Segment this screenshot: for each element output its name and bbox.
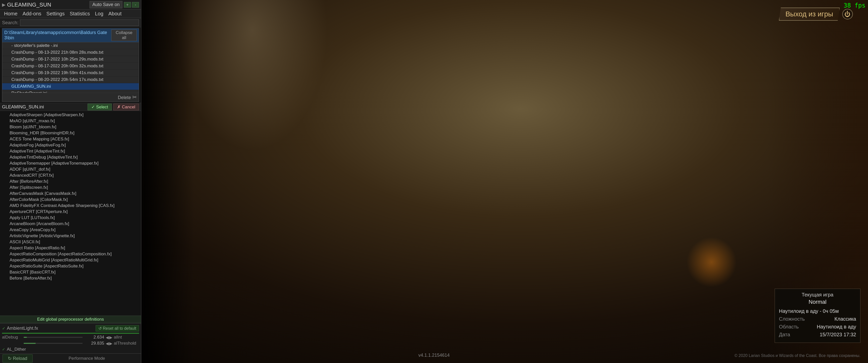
file-name: CrashDump - 08-17-2022 20h 00m 32s.mods.… xyxy=(11,64,103,69)
add-preset-button[interactable]: + xyxy=(124,2,131,7)
cancel-button[interactable]: ✗ Cancel xyxy=(113,104,139,110)
file-list: - storyteller's palette -.ini CrashDump … xyxy=(2,42,139,93)
effect-item[interactable]: Aspect Ratio [AspectRatio.fx] xyxy=(0,245,141,251)
effect-item[interactable]: ApertureCRT [CRTAperture.fx] xyxy=(0,209,141,215)
effect-item[interactable]: ADOF [qUINT_dof.fx] xyxy=(0,166,141,172)
search-row: Search: xyxy=(0,18,141,27)
effect-item[interactable]: Before [BeforeAfter.fx] xyxy=(0,275,141,281)
file-name: CrashDump - 08-13-2022 21h 08m 28s.mods.… xyxy=(11,50,103,55)
effect-item[interactable]: Bloom [qUINT_bloom.fx] xyxy=(0,124,141,130)
param-slider[interactable] xyxy=(24,343,83,344)
reset-all-button[interactable]: ↺ Reset all to default xyxy=(96,325,139,331)
delete-button[interactable]: Delete ✂ xyxy=(118,94,137,101)
param-name: alDebug xyxy=(2,335,22,340)
date-value: 15/7/2023 17:32 xyxy=(819,332,856,337)
preproc-section[interactable]: Edit global preprocessor definitions xyxy=(0,316,141,323)
reset-progress-bar xyxy=(2,333,139,334)
effect-header: ✓ AmbientLight.fx ↺ Reset all to default xyxy=(0,324,141,332)
select-button[interactable]: ✓ Select xyxy=(88,104,112,110)
reshade-panel: ▶ GLEAMING_SUN Auto Save on + - Home Add… xyxy=(0,0,141,363)
effect-item[interactable]: BasicCRT [BasicCRT.fx] xyxy=(0,269,141,275)
effect-item[interactable]: AreaCopy [AreaCopy.fx] xyxy=(0,227,141,233)
effect-item[interactable]: AspectRatioMultiGrid [AspectRatioMultiGr… xyxy=(0,257,141,263)
list-item[interactable]: - storyteller's palette -.ini xyxy=(2,42,139,49)
effect-item[interactable]: After [BeforeAfter.fx] xyxy=(0,178,141,185)
al-dither-label: AL_Dither xyxy=(7,347,26,352)
param-row: 29.835 ◀ ▶ alThreshold xyxy=(0,340,141,346)
menu-addons[interactable]: Add-ons xyxy=(20,10,44,18)
area-row: Область Наутилоид в аду xyxy=(779,324,856,330)
effect-item[interactable]: AspectRatioComposition [AspectRatioCompo… xyxy=(0,251,141,257)
effect-item[interactable]: AfterColorMask [ColorMask.fx] xyxy=(0,197,141,203)
effect-header-name: AmbientLight.fx xyxy=(7,326,38,331)
menu-home[interactable]: Home xyxy=(1,10,20,18)
effect-item[interactable]: AspectRatioSuite [AspectRatioSuite.fx] xyxy=(0,263,141,269)
chapter-row: Наутилоид в аду - 0ч 05м xyxy=(779,308,856,314)
al-dither-row: ✓ AL_Dither xyxy=(0,346,141,353)
file-name: CrashDump - 08-19-2022 19h 59m 41s.mods.… xyxy=(11,70,103,75)
effect-detail: ✓ AmbientLight.fx ↺ Reset all to default… xyxy=(0,323,141,354)
selected-filename: GLEAMING_SUN.ini xyxy=(2,104,44,110)
preset-name: GLEAMING_SUN xyxy=(7,1,88,8)
list-item[interactable]: CrashDump - 08-20-2022 20h 54m 17s.mods.… xyxy=(2,76,139,83)
file-name: - storyteller's palette -.ini xyxy=(11,43,58,48)
list-item[interactable]: CrashDump - 08-19-2022 19h 59m 41s.mods.… xyxy=(2,70,139,76)
effect-item[interactable]: AdvancedCRT [CRT.fx] xyxy=(0,172,141,178)
effect-item[interactable]: MxAO [qUINT_mxao.fx] xyxy=(0,118,141,124)
list-item[interactable]: CrashDump - 08-17-2022 10h 25m 29s.mods.… xyxy=(2,56,139,63)
date-row: Дата 15/7/2023 17:32 xyxy=(779,332,856,337)
param-arrows: ◀ ▶ xyxy=(106,341,112,346)
collapse-all-button[interactable]: Collapse all xyxy=(111,30,137,41)
param-link: alInt xyxy=(114,335,139,340)
effect-item[interactable]: ACES Tone Mapping [ACES.fx] xyxy=(0,136,141,142)
reshade-titlebar: ▶ GLEAMING_SUN Auto Save on + - xyxy=(0,0,141,9)
list-item[interactable]: CrashDump - 08-13-2022 21h 08m 28s.mods.… xyxy=(2,49,139,56)
menu-statistics[interactable]: Statistics xyxy=(67,10,92,18)
file-name: ReShadePreset.ini xyxy=(11,91,47,93)
effect-item[interactable]: ArcaneBloom [ArcaneBloom.fx] xyxy=(0,221,141,227)
effect-item[interactable]: AfterCanvasMask [CanvasMask.fx] xyxy=(0,191,141,197)
effect-item[interactable]: Blooming_HDR [BloomingHDR.fx] xyxy=(0,130,141,136)
menu-about[interactable]: About xyxy=(106,10,124,18)
param-row: alDebug 2.634 ◀ ▶ alInt xyxy=(0,334,141,340)
file-name: CrashDump - 08-17-2022 10h 25m 29s.mods.… xyxy=(11,57,103,62)
file-actions-row: Delete ✂ xyxy=(2,93,139,102)
effect-item[interactable]: AdaptiveSharpen [AdaptiveSharpen.fx] xyxy=(0,112,141,118)
param-value: 2.634 xyxy=(84,335,104,340)
effect-item[interactable]: AdaptiveTonemapper [AdaptiveTonemapper.f… xyxy=(0,160,141,166)
remove-preset-button[interactable]: - xyxy=(132,2,139,7)
al-dither-checkbox[interactable]: ✓ xyxy=(2,347,5,352)
difficulty-row: Сложность Классика xyxy=(779,316,856,322)
param-value: 29.835 xyxy=(84,341,104,346)
triangle-icon: ▶ xyxy=(2,2,5,7)
effects-list: AdaptiveSharpen [AdaptiveSharpen.fx] MxA… xyxy=(0,111,141,316)
menu-row: Home Add-ons Settings Statistics Log Abo… xyxy=(0,9,141,18)
game-info-title: Текущая игра xyxy=(779,292,856,298)
effect-item[interactable]: After [Splitscreen.fx] xyxy=(0,185,141,191)
effect-item[interactable]: ASCII [ASCII.fx] xyxy=(0,239,141,245)
list-item[interactable]: CrashDump - 08-17-2022 20h 00m 32s.mods.… xyxy=(2,63,139,70)
effect-item[interactable]: AdaptiveTint [AdaptiveTint.fx] xyxy=(0,148,141,154)
list-item[interactable]: GLEAMING_SUN.ini xyxy=(2,83,139,90)
param-link: alThreshold xyxy=(114,341,139,346)
menu-settings[interactable]: Settings xyxy=(44,10,67,18)
effect-item[interactable]: AdaptiveFog [AdaptiveFog.fx] xyxy=(0,142,141,148)
effect-item[interactable]: Apply LUT [LUTtools.fx] xyxy=(0,215,141,221)
list-item[interactable]: ReShadePreset.ini xyxy=(2,90,139,93)
search-input[interactable] xyxy=(20,20,139,26)
param-slider[interactable] xyxy=(24,337,83,338)
effect-item[interactable]: AMD FidelityFX Contrast Adaptive Sharpen… xyxy=(0,203,141,209)
reload-button[interactable]: ↻ Reload xyxy=(2,355,33,363)
version-text: v4.1.1.2154614 xyxy=(418,353,450,358)
effect-item[interactable]: ArtisticVignette [ArtisticVignette.fx] xyxy=(0,233,141,239)
autosave-button[interactable]: Auto Save on xyxy=(90,1,122,8)
exit-game-button[interactable]: Выход из игры xyxy=(779,7,840,21)
power-icon[interactable]: ⏻ xyxy=(842,9,853,20)
copyright-text: © 2020 Larian Studios и Wizards of the C… xyxy=(735,354,861,358)
effect-enabled-checkbox[interactable]: ✓ xyxy=(2,326,5,331)
file-name: CrashDump - 08-20-2022 20h 54m 17s.mods.… xyxy=(11,77,103,82)
menu-log[interactable]: Log xyxy=(92,10,106,18)
effect-item[interactable]: AdaptiveTintDebug [AdaptiveTint.fx] xyxy=(0,154,141,160)
chapter-value: Наутилоид в аду - 0ч 05м xyxy=(779,308,839,314)
file-name: GLEAMING_SUN.ini xyxy=(11,84,51,89)
